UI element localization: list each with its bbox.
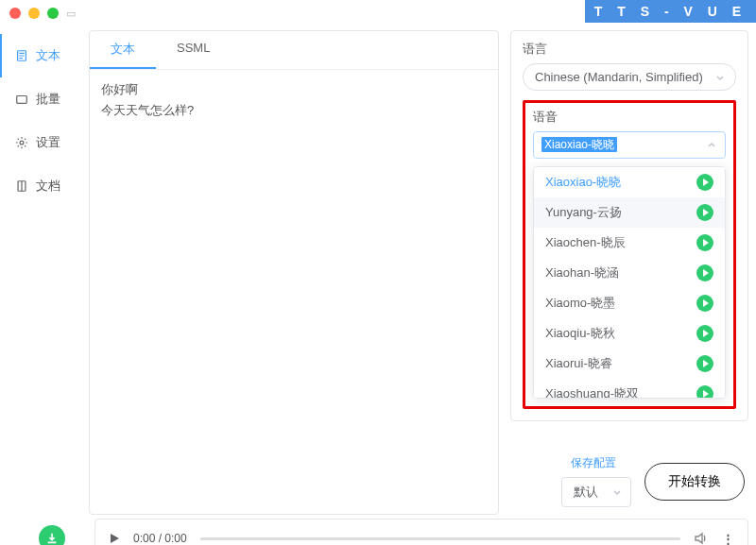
download-button[interactable]	[39, 525, 65, 545]
chevron-up-icon	[706, 140, 717, 151]
sidebar-item-label: 批量	[36, 91, 60, 108]
voice-option[interactable]: Yunyang-云扬	[534, 197, 725, 228]
sidebar-item-label: 文档	[36, 178, 60, 195]
play-button[interactable]	[109, 533, 120, 544]
language-label: 语言	[523, 41, 736, 58]
text-editor[interactable]: 你好啊 今天天气怎么样?	[90, 70, 498, 514]
app-menu-icon[interactable]: ▭	[66, 8, 76, 20]
editor-panel: 文本 SSML 你好啊 今天天气怎么样?	[89, 30, 499, 515]
config-panel: 语言 Chinese (Mandarin, Simplified) 语音 Xia…	[510, 30, 748, 515]
titlebar: ▭ T T S - V U E	[0, 0, 756, 26]
preset-select[interactable]: 默认	[561, 477, 631, 507]
svg-rect-1	[17, 96, 27, 104]
minimize-window-button[interactable]	[28, 8, 40, 19]
folder-icon	[15, 93, 28, 106]
chevron-down-icon	[714, 72, 726, 83]
voice-option[interactable]: Xiaoqiu-晓秋	[534, 318, 725, 349]
play-preview-button[interactable]	[696, 385, 713, 399]
app-brand: T T S - V U E	[585, 0, 756, 23]
tab-ssml[interactable]: SSML	[156, 31, 231, 69]
language-select[interactable]: Chinese (Mandarin, Simplified)	[523, 63, 736, 91]
voice-dropdown: Xiaoxiao-晓晓 Yunyang-云扬 Xiaochen-晓辰 Xiaoh…	[533, 166, 726, 399]
play-preview-button[interactable]	[696, 174, 713, 191]
sidebar-item-text[interactable]: 文本	[0, 34, 85, 77]
sidebar-item-settings[interactable]: 设置	[0, 121, 85, 164]
play-preview-button[interactable]	[696, 234, 713, 251]
preset-value: 默认	[574, 485, 598, 499]
maximize-window-button[interactable]	[47, 8, 59, 19]
player-time: 0:00 / 0:00	[133, 532, 187, 545]
sidebar-item-label: 文本	[36, 47, 60, 64]
document-icon	[15, 49, 28, 62]
player-seek-track[interactable]	[200, 537, 680, 540]
voice-option[interactable]: Xiaochen-晓辰	[534, 228, 725, 258]
play-preview-button[interactable]	[696, 325, 713, 342]
player-more-icon[interactable]: ⋮	[722, 532, 734, 546]
save-config-link[interactable]: 保存配置	[561, 455, 616, 471]
voice-option[interactable]: Xiaoshuang-晓双	[534, 379, 725, 399]
language-value: Chinese (Mandarin, Simplified)	[535, 70, 703, 84]
editor-tabs: 文本 SSML	[90, 31, 498, 70]
tab-text[interactable]: 文本	[90, 31, 156, 69]
play-preview-button[interactable]	[696, 204, 713, 221]
gear-icon	[15, 136, 28, 149]
voice-option[interactable]: Xiaohan-晓涵	[534, 258, 725, 288]
voice-option[interactable]: Xiaoxiao-晓晓	[534, 167, 725, 197]
sidebar-item-batch[interactable]: 批量	[0, 77, 85, 121]
start-convert-button[interactable]: 开始转换	[644, 463, 745, 501]
voice-option[interactable]: Xiaomo-晓墨	[534, 288, 725, 318]
voice-label: 语音	[533, 109, 726, 126]
voice-select[interactable]: Xiaoxiao-晓晓	[533, 131, 726, 159]
voice-section-highlight: 语音 Xiaoxiao-晓晓 Xiaoxiao-晓晓 Yunyang-云扬 Xi…	[523, 100, 736, 409]
sidebar-item-label: 设置	[36, 134, 60, 151]
play-preview-button[interactable]	[696, 355, 713, 372]
audio-player: 0:00 / 0:00 ⋮	[94, 519, 748, 545]
voice-option[interactable]: Xiaorui-晓睿	[534, 349, 725, 379]
book-icon	[15, 179, 28, 193]
chevron-down-icon	[611, 486, 623, 498]
close-window-button[interactable]	[9, 8, 21, 19]
window-controls	[9, 8, 59, 19]
sidebar-item-docs[interactable]: 文档	[0, 164, 85, 208]
svg-point-2	[20, 141, 24, 145]
voice-selected-value: Xiaoxiao-晓晓	[541, 137, 617, 152]
play-preview-button[interactable]	[696, 295, 713, 312]
sidebar: 文本 批量 设置 文档	[0, 26, 85, 519]
volume-icon[interactable]	[694, 531, 709, 545]
play-preview-button[interactable]	[696, 264, 713, 281]
